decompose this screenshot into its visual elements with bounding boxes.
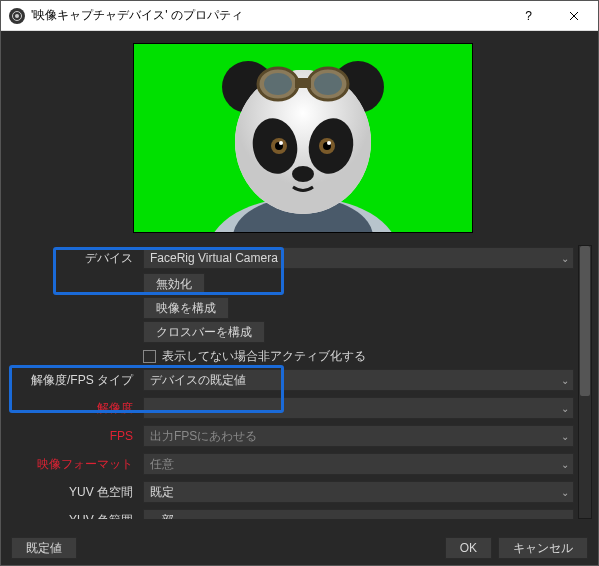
yuvspace-label: YUV 色空間 — [13, 484, 143, 501]
deactivate-checkbox[interactable]: 表示してない場合非アクティブ化する — [143, 345, 366, 367]
help-button[interactable]: ? — [506, 1, 551, 31]
yuvspace-dropdown[interactable]: 既定 ⌄ — [143, 481, 574, 503]
disable-button[interactable]: 無効化 — [143, 273, 205, 295]
scrollbar[interactable] — [578, 245, 592, 519]
fps-value: 出力FPSにあわせる — [150, 428, 257, 445]
videofmt-dropdown[interactable]: 任意 ⌄ — [143, 453, 574, 475]
chevron-down-icon: ⌄ — [561, 375, 569, 386]
obs-icon — [9, 8, 25, 24]
yuvrange-label: YUV 色範囲 — [13, 512, 143, 520]
yuvspace-value: 既定 — [150, 484, 174, 501]
scroll-thumb[interactable] — [580, 246, 590, 396]
deactivate-label: 表示してない場合非アクティブ化する — [162, 348, 366, 365]
dialog-body: デバイス FaceRig Virtual Camera ⌄ 無効化 映像を構成 … — [1, 31, 598, 531]
svg-point-20 — [314, 73, 342, 95]
window-title: '映像キャプチャデバイス' のプロパティ — [31, 7, 243, 24]
svg-point-16 — [292, 166, 314, 182]
checkbox-box — [143, 350, 156, 363]
yuvrange-dropdown[interactable]: 一部 ⌄ — [143, 509, 574, 519]
preview-image — [193, 43, 413, 233]
resolution-dropdown[interactable]: ⌄ — [143, 397, 574, 419]
resfps-label: 解像度/FPS タイプ — [13, 372, 143, 389]
videofmt-value: 任意 — [150, 456, 174, 473]
svg-point-19 — [264, 73, 292, 95]
svg-point-14 — [279, 141, 283, 145]
fps-label: FPS — [13, 429, 143, 443]
resolution-label: 解像度 — [13, 400, 143, 417]
svg-rect-21 — [295, 78, 311, 88]
device-dropdown[interactable]: FaceRig Virtual Camera ⌄ — [143, 247, 574, 269]
close-button[interactable] — [551, 1, 596, 31]
yuvrange-value: 一部 — [150, 512, 174, 520]
ok-button[interactable]: OK — [445, 537, 492, 559]
device-value: FaceRig Virtual Camera — [150, 251, 278, 265]
resfps-dropdown[interactable]: デバイスの既定値 ⌄ — [143, 369, 574, 391]
chevron-down-icon: ⌄ — [561, 515, 569, 520]
chevron-down-icon: ⌄ — [561, 487, 569, 498]
chevron-down-icon: ⌄ — [561, 459, 569, 470]
config-video-button[interactable]: 映像を構成 — [143, 297, 229, 319]
chevron-down-icon: ⌄ — [561, 403, 569, 414]
device-label: デバイス — [13, 250, 143, 267]
chevron-down-icon: ⌄ — [561, 253, 569, 264]
videofmt-label: 映像フォーマット — [13, 456, 143, 473]
defaults-button[interactable]: 既定値 — [11, 537, 77, 559]
chevron-down-icon: ⌄ — [561, 431, 569, 442]
video-preview — [133, 43, 473, 233]
fps-dropdown[interactable]: 出力FPSにあわせる ⌄ — [143, 425, 574, 447]
config-crossbar-button[interactable]: クロスバーを構成 — [143, 321, 265, 343]
dialog-footer: 既定値 OK キャンセル — [1, 531, 598, 565]
resfps-value: デバイスの既定値 — [150, 372, 246, 389]
cancel-button[interactable]: キャンセル — [498, 537, 588, 559]
svg-point-15 — [327, 141, 331, 145]
svg-point-1 — [15, 14, 19, 18]
titlebar: '映像キャプチャデバイス' のプロパティ ? — [1, 1, 598, 31]
